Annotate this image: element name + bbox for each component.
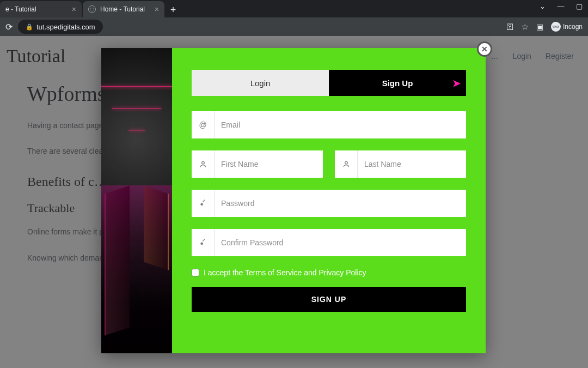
- new-tab-button[interactable]: +: [166, 2, 181, 17]
- password-field[interactable]: [215, 190, 466, 217]
- globe-icon: ◌: [88, 5, 96, 13]
- url-text: tut.spedigitals.com: [36, 23, 95, 31]
- email-field[interactable]: [215, 111, 466, 138]
- close-icon[interactable]: ×: [72, 5, 76, 14]
- user-icon: [192, 150, 215, 178]
- consent-label: I accept the Terms of Service and Privac…: [204, 268, 366, 277]
- page-viewport: Tutorial … Login Register Wpforms Having…: [0, 36, 588, 368]
- incognito-icon: 👓: [551, 22, 561, 32]
- incognito-badge[interactable]: 👓 Incogn: [551, 22, 583, 32]
- svg-point-2: [200, 203, 203, 206]
- extension-icon[interactable]: ▣: [536, 22, 543, 31]
- url-box[interactable]: 🔒 tut.spedigitals.com: [18, 20, 103, 34]
- firstname-field[interactable]: [215, 150, 323, 178]
- close-modal-button[interactable]: ✕: [477, 41, 492, 57]
- browser-tab-active[interactable]: ◌ Home - Tutorial ×: [83, 1, 164, 17]
- svg-point-1: [345, 161, 347, 164]
- chevron-down-icon[interactable]: ⌄: [537, 2, 548, 10]
- lock-icon: 🔒: [26, 23, 33, 31]
- email-field-wrap: @: [192, 111, 466, 138]
- close-icon[interactable]: ×: [155, 5, 159, 14]
- tab-title: Home - Tutorial: [100, 5, 150, 13]
- auth-tabs: Login Sign Up ➤: [192, 70, 466, 96]
- consent-checkbox[interactable]: [192, 269, 199, 276]
- confirm-field[interactable]: [215, 229, 466, 256]
- star-icon[interactable]: ☆: [522, 22, 529, 31]
- incognito-label: Incogn: [563, 23, 583, 31]
- minimize-icon[interactable]: —: [555, 2, 566, 10]
- reload-icon[interactable]: ⟳: [5, 22, 13, 32]
- modal-form: ✕ Login Sign Up ➤ @: [172, 48, 486, 353]
- confirm-field-wrap: [192, 229, 466, 256]
- lastname-field-wrap: [335, 150, 466, 178]
- consent-row[interactable]: I accept the Terms of Service and Privac…: [192, 268, 466, 277]
- modal-image: [101, 48, 172, 353]
- password-field-wrap: [192, 190, 466, 217]
- svg-rect-3: [202, 200, 205, 202]
- user-icon: [335, 150, 358, 178]
- maximize-icon[interactable]: ▢: [574, 2, 585, 10]
- key-icon: [192, 190, 215, 217]
- svg-point-4: [200, 242, 203, 245]
- at-icon: @: [192, 111, 215, 138]
- signup-button[interactable]: SIGN UP: [192, 287, 466, 312]
- tab-signup-label: Sign Up: [382, 79, 413, 88]
- browser-tabbar: e - Tutorial × ◌ Home - Tutorial × + ⌄ —…: [0, 0, 588, 17]
- pointer-cursor-icon: ➤: [452, 77, 461, 89]
- firstname-field-wrap: [192, 150, 323, 178]
- browser-tab[interactable]: e - Tutorial ×: [0, 1, 82, 17]
- tab-login[interactable]: Login: [192, 70, 329, 96]
- tab-signup[interactable]: Sign Up ➤: [329, 70, 466, 96]
- key-icon: [192, 229, 215, 256]
- lastname-field[interactable]: [358, 150, 466, 178]
- browser-addressbar: ⟳ 🔒 tut.spedigitals.com ⚿ ☆ ▣ 👓 Incogn: [0, 17, 588, 36]
- svg-point-0: [201, 161, 204, 164]
- svg-rect-5: [202, 239, 205, 242]
- tab-title: e - Tutorial: [5, 5, 68, 13]
- key-icon[interactable]: ⚿: [506, 22, 514, 31]
- auth-modal: ✕ Login Sign Up ➤ @: [101, 48, 486, 353]
